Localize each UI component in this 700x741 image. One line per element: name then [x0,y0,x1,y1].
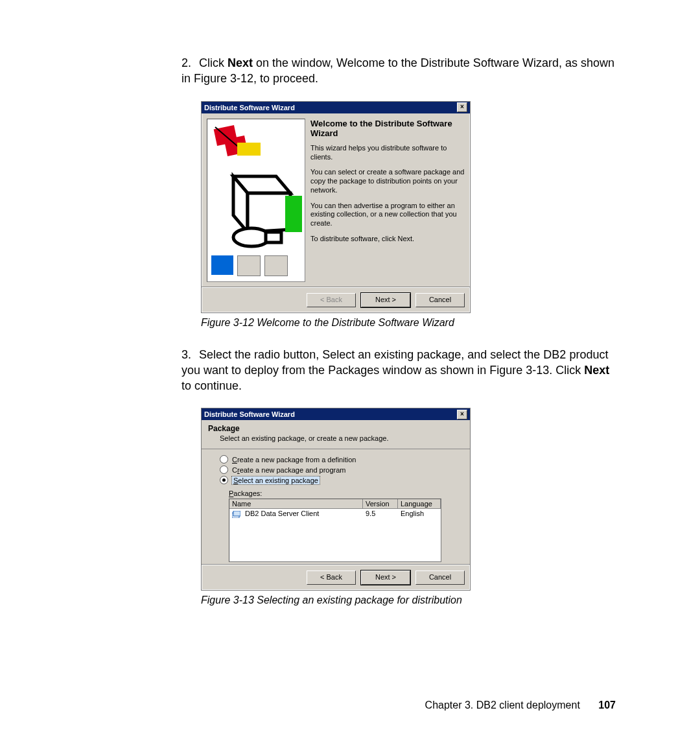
radio-create-and-program[interactable]: Create a new package and program [220,465,462,474]
yellow-block-icon [237,143,261,156]
page-footer: Chapter 3. DB2 client deployment 107 [425,700,616,711]
col-language[interactable]: Language [398,499,441,509]
step-3-number: 3. [181,347,196,362]
footer-page-number: 107 [598,700,616,711]
wizard1-heading: Welcome to the Distribute Software Wizar… [310,119,465,139]
wizard1-p2: You can select or create a software pack… [310,168,465,194]
next-button[interactable]: Next > [361,570,410,585]
wizard1-illustration [207,119,305,282]
wizard1-p1: This wizard helps you distribute softwar… [310,144,465,162]
step-2-text-pre: Click [199,56,228,69]
blue-square-icon [211,255,233,275]
svg-rect-7 [266,232,281,242]
step-2: 2. Click Next on the window, Welcome to … [181,55,616,87]
cancel-button[interactable]: Cancel [415,570,465,585]
wizard1-titlebar[interactable]: Distribute Software Wizard × [202,102,470,113]
step-3: 3. Select the radio button, Select an ex… [181,347,616,394]
wizard1-p3: You can then advertise a program to eith… [310,202,465,228]
green-block-icon [285,196,302,232]
wizard1-title: Distribute Software Wizard [204,102,295,113]
step-2-bold: Next [228,56,253,69]
wizard2-titlebar[interactable]: Distribute Software Wizard × [202,408,470,420]
wizard-welcome-window: Distribute Software Wizard × [201,101,471,313]
next-button[interactable]: Next > [361,293,410,307]
step-2-number: 2. [181,55,196,71]
svg-rect-9 [233,511,240,516]
wizard2-section-title: Package [208,424,463,433]
back-button: < Back [307,293,356,307]
table-row[interactable]: DB2 Data Server Client 9.5 English [229,509,441,519]
packages-header[interactable]: Name Version Language [229,499,441,509]
radio-icon[interactable] [220,455,228,464]
col-name[interactable]: Name [229,499,363,509]
step-3-text-pre: Select the radio button, Select an exist… [181,348,608,377]
wizard2-section-subtitle: Select an existing package, or create a … [220,434,463,442]
svg-marker-5 [248,193,290,232]
radio-icon[interactable] [220,476,228,484]
grey-square-icon [264,255,288,276]
figure-3-13-caption: Figure 3-13 Selecting an existing packag… [201,594,616,606]
back-button[interactable]: < Back [307,570,356,585]
wizard1-button-row: < Back Next > Cancel [202,287,470,312]
step-3-text-post: to continue. [181,379,242,392]
radio-label: Select an existing package [232,476,320,484]
radio-create-from-definition[interactable]: Create a new package from a definition [220,455,462,464]
wizard2-button-row: < Back Next > Cancel [202,565,470,590]
step-3-bold: Next [584,364,609,377]
footer-chapter: Chapter 3. DB2 client deployment [425,700,580,711]
wizard1-p4: To distribute software, click Next. [310,235,465,244]
close-icon[interactable]: × [457,410,467,419]
radio-select-existing[interactable]: Select an existing package [220,476,462,484]
row-version: 9.5 [363,509,398,519]
radio-label: Create a new package from a definition [232,456,356,464]
cancel-button[interactable]: Cancel [415,293,465,307]
close-icon[interactable]: × [457,102,467,112]
packages-label: Packages: [229,489,462,497]
package-icon [232,511,240,518]
wizard2-title: Distribute Software Wizard [204,408,295,420]
row-language: English [398,509,441,519]
wizard-package-window: Distribute Software Wizard × Package Sel… [201,408,471,591]
row-name: DB2 Data Server Client [245,510,319,517]
col-version[interactable]: Version [363,499,398,509]
packages-table[interactable]: Name Version Language DB2 Data Server Cl… [229,499,441,562]
radio-label: Create a new package and program [232,466,346,474]
figure-3-12-caption: Figure 3-12 Welcome to the Distribute So… [201,317,616,329]
radio-icon[interactable] [220,465,228,474]
grey-square-icon [237,255,261,276]
